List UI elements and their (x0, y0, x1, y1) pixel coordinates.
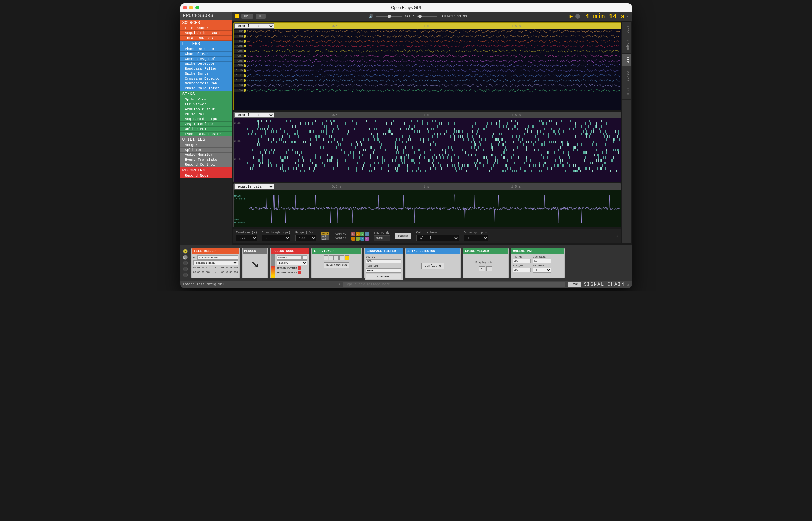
overlay-btn-8[interactable]: 8 (365, 236, 369, 241)
file-reader-stream-select[interactable]: example_data (194, 260, 238, 266)
aux-badge[interactable]: AUX (321, 235, 329, 237)
tab-spikes[interactable]: Spikes (622, 66, 631, 85)
sidebar-item[interactable]: LFP Viewer (180, 102, 232, 107)
overlay-btn-1[interactable]: 1 (351, 232, 355, 236)
sidebar-item[interactable]: Acquisition Board (180, 31, 232, 36)
overlay-btn-3[interactable]: 3 (356, 232, 360, 236)
chain-slot-b[interactable]: B (183, 255, 187, 259)
pause-button[interactable]: Pause (395, 233, 411, 239)
lfp-layout-5[interactable] (345, 255, 349, 260)
overlay-btn-4[interactable]: 4 (356, 236, 360, 241)
overlay-btn-7[interactable]: 7 (365, 232, 369, 236)
sidebar-item[interactable]: Spike Sorter (180, 71, 232, 76)
record-path[interactable]: /Users/ (276, 255, 302, 259)
lfp-layout-3[interactable] (334, 255, 339, 260)
lfp-stream-select[interactable]: example_data (234, 23, 274, 29)
lfp-layout-4[interactable] (339, 255, 344, 260)
online-psth-node[interactable]: ONLINE PSTH PRE_MS BIN_SIZE POST_MS TRIG… (511, 248, 565, 278)
sidebar-item[interactable]: Spike Detector (180, 62, 232, 66)
volume-slider[interactable] (376, 16, 402, 17)
sidebar-item[interactable]: Online PSTH (180, 127, 232, 132)
data-badge[interactable]: DATA (321, 232, 329, 235)
configure-button[interactable]: configure (421, 263, 445, 269)
sidebar-item[interactable]: Phase Detector (180, 47, 232, 52)
overlay-btn-2[interactable]: 2 (351, 236, 355, 241)
spike-viewer-node[interactable]: SPIKE VIEWER Display size: - + (463, 248, 509, 278)
chain-slot-a[interactable]: A (183, 249, 187, 254)
lfp-waveform-display[interactable]: CH2CH3CH4CH5CH6CH7CH8CH9CH10CH11CH12CH13… (234, 29, 621, 110)
tab-psth[interactable]: PSTH (622, 85, 631, 100)
sidebar-item[interactable]: Audio Monitor (180, 153, 232, 157)
sidebar-item[interactable]: File Reader (180, 26, 232, 31)
sidebar-item[interactable]: Neuropixels CAR (180, 81, 232, 86)
stats-waveform-display[interactable]: MEAN: -0.7216 STD: 0.80889 (234, 190, 621, 227)
zoom-window-button[interactable] (196, 5, 199, 9)
record-events-toggle[interactable] (298, 266, 301, 270)
controls-collapse-icon[interactable]: ◁ (616, 234, 618, 238)
bandpass-filter-node[interactable]: BANDPASS FILTER LOW_CUT HIGH_CUT Channel… (364, 248, 403, 278)
adc-badge[interactable]: ADC (321, 237, 329, 240)
timer-reset-icon[interactable]: ◁ (627, 15, 629, 18)
save-button[interactable]: Save (567, 282, 581, 287)
display-size-plus[interactable]: + (486, 266, 492, 271)
file-reader-node[interactable]: FILE READER F: structure.oebin example_d… (191, 248, 240, 278)
tab-lfp[interactable]: LFP (622, 54, 631, 66)
lowcut-input[interactable] (366, 259, 401, 264)
record-format-select[interactable]: Binary (276, 260, 307, 266)
sidebar-item[interactable]: Arduino Output (180, 107, 232, 112)
channels-button[interactable]: Channels (366, 274, 401, 279)
gate-slider[interactable] (417, 16, 437, 17)
file-reader-path[interactable]: structure.oebin (197, 255, 238, 259)
overlay-btn-5[interactable]: 5 (360, 232, 364, 236)
bin-size-input[interactable] (533, 259, 551, 263)
chain-slot-empty[interactable] (183, 273, 187, 277)
timebase-select[interactable]: 2.0 (236, 235, 257, 241)
sidebar-item[interactable]: ZMQ Interface (180, 122, 232, 127)
pre-ms-input[interactable] (513, 259, 531, 263)
colorscheme-select[interactable]: Classic (416, 235, 459, 241)
lfp-viewer-node[interactable]: LFP VIEWER SYNC DISPLAYS (311, 248, 362, 278)
lfp-layout-1[interactable] (324, 255, 328, 260)
sidebar-item[interactable]: Merger (180, 143, 232, 148)
trigger-select[interactable]: 1 (533, 268, 551, 273)
minimize-window-button[interactable] (189, 5, 193, 9)
record-spikes-toggle[interactable] (298, 271, 301, 274)
stats-stream-select[interactable]: example_data (234, 184, 274, 189)
colorgroup-select[interactable]: 1 (464, 235, 489, 241)
merger-node[interactable]: MERGER ↘ (242, 248, 268, 278)
sidebar-item[interactable]: Event Translator (180, 157, 232, 162)
sidebar-item[interactable]: Pulse Pal (180, 112, 232, 117)
post-ms-input[interactable] (513, 268, 531, 272)
sidebar-item[interactable]: Intan RHD USB (180, 36, 232, 41)
sidebar-item[interactable]: Common Avg Ref (180, 56, 232, 62)
close-window-button[interactable] (183, 5, 187, 9)
spike-detector-node[interactable]: SPIKE DETECTOR configure (405, 248, 461, 278)
sidebar-item[interactable]: Acq Board Output (180, 117, 232, 122)
chain-slot-empty[interactable] (183, 261, 187, 266)
record-path-browse[interactable]: … (302, 255, 307, 259)
raster-stream-select[interactable]: example_data (234, 112, 274, 118)
record-button[interactable] (576, 14, 580, 19)
sidebar-item[interactable]: Event Broadcaster (180, 132, 232, 136)
tab-graph[interactable]: Graph (622, 37, 631, 54)
chanheight-select[interactable]: 20 (262, 235, 290, 241)
display-size-minus[interactable]: - (479, 266, 485, 271)
signal-chain-toggle-icon[interactable]: △ (627, 282, 629, 286)
lfp-layout-2[interactable] (329, 255, 334, 260)
sidebar-item[interactable]: Spike Viewer (180, 97, 232, 102)
overlay-btn-6[interactable]: 6 (360, 236, 364, 241)
sidebar-item[interactable]: Splitter (180, 148, 232, 153)
message-input[interactable] (343, 282, 565, 287)
sync-displays-button[interactable]: SYNC DISPLAYS (324, 263, 349, 268)
tab-info[interactable]: Info (622, 22, 631, 37)
play-button[interactable]: ▶ (570, 13, 573, 20)
range-select[interactable]: 400 (295, 235, 316, 241)
chevron-up-icon[interactable]: ∧ (338, 282, 340, 286)
highcut-input[interactable] (366, 268, 401, 273)
spike-raster-display[interactable]: CH49CH39CH19 (234, 118, 621, 182)
sidebar-item[interactable]: Channel Map (180, 52, 232, 56)
sidebar-item[interactable]: Record Node (180, 174, 232, 178)
chain-slot-empty[interactable] (183, 267, 187, 271)
sidebar-item[interactable]: Crossing Detector (180, 76, 232, 81)
sidebar-item[interactable]: Phase Calculator (180, 86, 232, 91)
